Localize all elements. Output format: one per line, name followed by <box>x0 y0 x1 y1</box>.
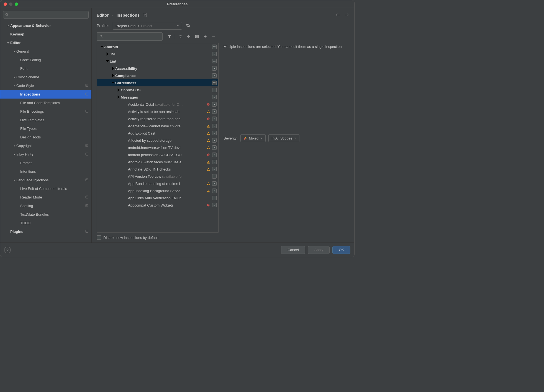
sidebar-search-input[interactable] <box>3 11 89 19</box>
sidebar-item[interactable]: Code Style <box>0 81 91 90</box>
inspection-checkbox[interactable] <box>212 109 217 114</box>
inspection-checkbox[interactable] <box>212 117 217 121</box>
nav-back-icon[interactable] <box>335 12 340 17</box>
sidebar-item[interactable]: File Encodings <box>0 107 91 116</box>
sidebar-item[interactable]: File and Code Templates <box>0 99 91 107</box>
sidebar-item[interactable]: Reader Mode <box>0 193 91 202</box>
ok-button[interactable]: OK <box>332 246 350 254</box>
inspection-tree-item[interactable]: Compliance <box>97 72 218 79</box>
sidebar-item[interactable]: Live Edit of Compose Literals <box>0 184 91 193</box>
maximize-window-button[interactable] <box>15 2 18 6</box>
sidebar-item[interactable]: Design Tools <box>0 133 91 141</box>
sidebar-item[interactable]: Copyright <box>0 141 91 150</box>
sidebar-item[interactable]: Keymap <box>0 30 91 38</box>
inspection-tree-item[interactable]: AndroidX watch faces must use a <box>97 158 218 166</box>
inspection-checkbox[interactable] <box>212 167 217 171</box>
svg-rect-52 <box>208 192 208 192</box>
inspection-checkbox[interactable] <box>212 160 217 164</box>
sidebar-item[interactable]: File Types <box>0 124 91 133</box>
svg-rect-11 <box>86 154 87 154</box>
cancel-button[interactable]: Cancel <box>281 246 305 254</box>
inspection-checkbox[interactable] <box>212 66 217 71</box>
close-window-button[interactable] <box>4 2 7 6</box>
sidebar-item[interactable]: Code Editing <box>0 56 91 64</box>
nav-forward-icon[interactable] <box>344 12 349 17</box>
filter-icon[interactable] <box>165 32 174 41</box>
inspection-checkbox[interactable] <box>212 124 217 128</box>
inspections-search-input[interactable] <box>97 32 163 41</box>
inspection-checkbox[interactable] <box>212 153 217 157</box>
inspection-checkbox[interactable] <box>212 196 217 200</box>
sidebar-item[interactable]: Language Injections <box>0 176 91 184</box>
inspection-checkbox[interactable] <box>212 88 217 92</box>
apply-button[interactable]: Apply <box>308 246 330 254</box>
inspection-tree-item[interactable]: Appcompat Custom Widgets <box>97 202 218 209</box>
inspection-tree-item[interactable]: Lint <box>97 58 218 65</box>
sidebar-item[interactable]: Color Scheme <box>0 73 91 81</box>
inspection-checkbox[interactable] <box>212 189 217 193</box>
sidebar-item[interactable]: Appearance & Behavior <box>0 21 91 30</box>
dialog-buttons: ? Cancel Apply OK <box>0 243 354 257</box>
inspection-checkbox[interactable] <box>212 102 217 107</box>
inspection-checkbox[interactable] <box>212 145 217 150</box>
sidebar-item[interactable]: Editor <box>0 38 91 47</box>
sidebar-item[interactable]: Plugins <box>0 227 91 236</box>
profile-combo[interactable]: Project Default Project <box>113 22 182 30</box>
inspection-tree-item[interactable]: JNI <box>97 50 218 58</box>
svg-rect-47 <box>208 169 208 169</box>
inspection-checkbox[interactable] <box>212 45 217 49</box>
sidebar-item[interactable]: Spelling <box>0 202 91 210</box>
sidebar-item[interactable]: Emmet <box>0 159 91 167</box>
minimize-window-button[interactable] <box>9 2 12 6</box>
inspection-checkbox[interactable] <box>212 181 217 186</box>
inspection-checkbox[interactable] <box>212 138 217 143</box>
inspection-checkbox[interactable] <box>212 59 217 63</box>
inspection-tree-item[interactable]: Annotate SDK_INT checks <box>97 166 218 173</box>
inspection-tree-item[interactable]: Accessibility <box>97 65 218 72</box>
breadcrumb-root[interactable]: Editor <box>97 13 109 17</box>
profile-gear-icon[interactable] <box>186 23 190 29</box>
collapse-all-icon[interactable] <box>184 32 193 41</box>
scope-combo[interactable]: In All Scopes <box>268 134 299 142</box>
inspection-checkbox[interactable] <box>212 95 217 99</box>
inspection-tree-item[interactable]: AdapterView cannot have childre <box>97 122 218 130</box>
sidebar-item[interactable]: TextMate Bundles <box>0 210 91 219</box>
inspection-checkbox[interactable] <box>212 81 217 85</box>
disable-new-inspections-checkbox[interactable] <box>97 235 101 240</box>
inspection-tree-item[interactable]: Activity registered more than onc <box>97 115 218 122</box>
inspection-tree-item[interactable]: Accidental Octal (available for C… <box>97 101 218 108</box>
inspection-tree-item[interactable]: android.hardware.wifi on TV devi <box>97 144 218 151</box>
severity-combo[interactable]: Mixed <box>240 134 266 142</box>
expand-all-icon[interactable] <box>176 32 184 41</box>
sidebar-item[interactable]: Font <box>0 64 91 73</box>
inspection-checkbox[interactable] <box>212 73 217 78</box>
sidebar-item[interactable]: General <box>0 47 91 56</box>
sidebar-item[interactable]: Live Templates <box>0 116 91 124</box>
reset-icon[interactable]: ↩ <box>143 13 147 17</box>
inspection-tree-item[interactable]: Android <box>97 43 218 50</box>
sidebar-item[interactable]: Inspections <box>0 90 91 99</box>
add-icon[interactable] <box>201 32 209 41</box>
inspection-tree-item[interactable]: App Bundle handling of runtime l <box>97 180 218 187</box>
inspection-tree-item[interactable]: API Version Too Low (available fo <box>97 173 218 180</box>
inspection-checkbox[interactable] <box>212 203 217 207</box>
sidebar-item[interactable]: Inlay Hints <box>0 150 91 159</box>
inspection-tree-item[interactable]: Add Explicit Cast <box>97 130 218 137</box>
reset-to-empty-icon[interactable] <box>193 32 201 41</box>
inspection-tree-item[interactable]: Correctness <box>97 79 218 86</box>
inspection-checkbox[interactable] <box>212 131 217 135</box>
inspection-tree-item[interactable]: App Links Auto Verification Failur <box>97 194 218 202</box>
help-button[interactable]: ? <box>4 247 11 253</box>
inspection-tree-item[interactable]: Affected by scoped storage <box>97 137 218 144</box>
inspection-tree-item[interactable]: App Indexing Background Servic <box>97 187 218 194</box>
inspection-tree-item[interactable]: Activity is set to be non resizeab <box>97 108 218 115</box>
inspection-tree-item[interactable]: android.permission.ACCESS_CO <box>97 151 218 158</box>
inspection-tree-item[interactable]: Messages <box>97 94 218 101</box>
inspection-checkbox[interactable] <box>212 174 217 179</box>
remove-icon[interactable] <box>209 32 218 41</box>
sidebar-item[interactable]: Intentions <box>0 167 91 176</box>
inspection-checkbox[interactable] <box>212 52 217 56</box>
inspection-tree-item[interactable]: Chrome OS <box>97 86 218 94</box>
sidebar-item[interactable]: TODO <box>0 219 91 227</box>
project-scope-icon <box>85 178 89 182</box>
